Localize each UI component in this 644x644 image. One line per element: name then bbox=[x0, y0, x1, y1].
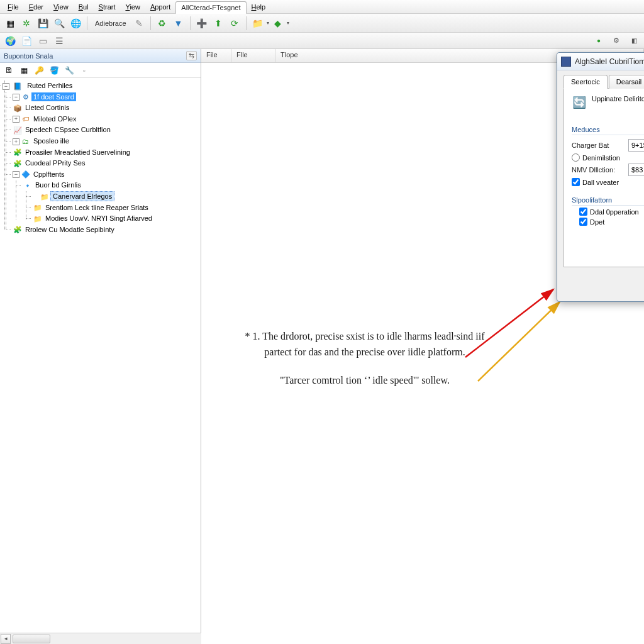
column-header-file2[interactable]: Flle bbox=[231, 49, 275, 62]
dialog-tab-body: 🔄 Uppinatre Deliritoni Talt Tule IT: bbox=[564, 88, 644, 267]
tool-tree-icon[interactable]: 🖺 bbox=[3, 64, 15, 77]
tree-item-label: 1f dcet Sosrd bbox=[31, 92, 76, 101]
folder-icon: 📁 bbox=[33, 203, 42, 213]
menu-help[interactable]: Help bbox=[247, 1, 271, 13]
search-icon[interactable]: 🔍 bbox=[52, 16, 67, 31]
tree-root[interactable]: − 📘 Ruted Perhiles −⚙1f dcet Sosrd 📦Llet… bbox=[3, 80, 199, 235]
tree-item[interactable]: +🗂Sposleo ilIe bbox=[13, 136, 199, 147]
tree-item[interactable]: −⚙1f dcet Sosrd bbox=[13, 92, 199, 103]
menu-view[interactable]: View bbox=[48, 1, 74, 13]
list-icon[interactable]: ☰ bbox=[52, 33, 67, 48]
grid-icon[interactable]: ▦ bbox=[3, 16, 18, 31]
dialog-titlebar[interactable]: AlghSaleI CubrilTiom Conect ✕ bbox=[557, 53, 644, 70]
globe-icon[interactable]: 🌐 bbox=[68, 16, 83, 31]
menu-alctered[interactable]: AllCterad-FTesgnet bbox=[175, 1, 246, 14]
card-icon[interactable]: ▭ bbox=[35, 33, 50, 48]
tree-item-label: Modies UowV. NRYI Singt Afiarved bbox=[43, 214, 154, 223]
tool-bucket-icon[interactable]: 🪣 bbox=[48, 64, 60, 77]
menu-bar: File Eder View Bul Strart Yiew Apport Al… bbox=[0, 0, 644, 14]
menu-start[interactable]: Strart bbox=[94, 1, 121, 13]
tree-item-label: Miloted OPlex bbox=[31, 114, 78, 123]
sync-icon[interactable]: ⟳ bbox=[227, 16, 242, 31]
recycle-icon[interactable]: ♻ bbox=[155, 16, 170, 31]
tree-item-label: Cuodeal PPrity Ses bbox=[23, 158, 87, 167]
navigation-tree: − 📘 Ruted Perhiles −⚙1f dcet Sosrd 📦Llet… bbox=[0, 78, 201, 644]
tree-item-label: Spedech CSpsee Curbltfion bbox=[23, 125, 113, 134]
gear-icon: ⚙ bbox=[21, 92, 30, 103]
tree-item[interactable]: 🧩Proasiler Mreaclatied Suervelining bbox=[13, 147, 199, 158]
column-header-file[interactable]: File bbox=[201, 49, 231, 62]
tab-semantic[interactable]: Seertocic bbox=[564, 75, 608, 89]
filter-icon[interactable]: ▼ bbox=[171, 16, 186, 31]
collapse-icon[interactable]: − bbox=[13, 94, 19, 101]
menu-view2[interactable]: Yiew bbox=[120, 1, 145, 13]
tree-item[interactable]: −🔷Cpplftents 🔹Buor bd Girnlis 📁Canervard… bbox=[13, 169, 199, 225]
module-icon: 🧩 bbox=[13, 147, 22, 158]
tag-icon: 🏷 bbox=[21, 114, 30, 125]
tree-item[interactable]: 🧩Cuodeal PPrity Ses bbox=[13, 158, 199, 169]
dialog-config: AlghSaleI CubrilTiom Conect ✕ Seertocic … bbox=[557, 52, 644, 302]
tree-item[interactable]: 📁Srentlom Leck tline Reaper Sriats bbox=[33, 203, 199, 214]
tree-item[interactable]: 📦Lleted Cortinis bbox=[13, 103, 199, 114]
left-panel-header: Buponton Snala ⇆ bbox=[0, 49, 201, 63]
tree-item-label: Lleted Cortinis bbox=[23, 103, 71, 112]
menu-file[interactable]: File bbox=[3, 1, 24, 13]
annotation-p2: "Tarcer comtrol tion ‘’ idle speed"' sol… bbox=[233, 373, 497, 389]
dialog-body: Seertocic Dearsail Niemel 🔄 Uppinatre De… bbox=[557, 70, 644, 274]
tab-detail[interactable]: Dearsail Niemel bbox=[609, 75, 644, 89]
tree-item[interactable]: 📁Modies UowV. NRYI Singt Afiarved bbox=[33, 213, 199, 225]
box-icon: 📦 bbox=[13, 103, 22, 114]
section-measures: Meduces bbox=[572, 126, 644, 135]
diamond-icon[interactable]: ◆ bbox=[270, 16, 286, 31]
tree-item[interactable]: 🔹Buor bd Girnlis 📁Canervard Elrlegos 📁Sr… bbox=[23, 180, 199, 224]
horizontal-scrollbar[interactable]: ◂ bbox=[0, 633, 201, 644]
dall-checkbox[interactable] bbox=[572, 178, 580, 186]
collapse-icon[interactable]: − bbox=[13, 171, 19, 178]
tree-item[interactable]: 📈Spedech CSpsee Curbltfion bbox=[13, 125, 199, 136]
menu-apport[interactable]: Apport bbox=[145, 1, 175, 13]
tree-item[interactable]: 🧩Rrolew Cu Modatle Sepibinty bbox=[13, 225, 199, 236]
tool-key-icon[interactable]: 🔑 bbox=[33, 64, 45, 77]
nmv-input[interactable] bbox=[628, 164, 644, 176]
expand-icon[interactable]: + bbox=[13, 116, 19, 123]
opt2-label: Dpet bbox=[590, 218, 604, 226]
tree-root-label: Ruted Perhiles bbox=[25, 81, 74, 90]
denim-radio[interactable] bbox=[572, 153, 580, 162]
world-icon[interactable]: 🌍 bbox=[3, 33, 18, 48]
wand-icon[interactable]: ✎ bbox=[131, 16, 147, 31]
pin-icon[interactable]: ⇆ bbox=[186, 51, 197, 60]
scroll-left-icon[interactable]: ◂ bbox=[1, 634, 11, 644]
tree-item-label: Sposleo ilIe bbox=[31, 136, 71, 145]
up-arrow-icon[interactable]: ⬆ bbox=[211, 16, 226, 31]
folder-icon[interactable]: 📁 bbox=[250, 16, 265, 31]
charger-input[interactable] bbox=[628, 139, 644, 152]
opt1-label: Ddal 0pperation bbox=[590, 208, 639, 216]
menu-eder[interactable]: Eder bbox=[24, 1, 48, 13]
tree-item[interactable]: +🏷Miloted OPlex bbox=[13, 114, 199, 125]
tree-item[interactable]: 📁Canervard Elrlegos bbox=[33, 191, 199, 203]
doc-icon[interactable]: 📄 bbox=[19, 33, 34, 48]
section-spool: Slpoolifattorn bbox=[572, 196, 644, 206]
opt1-checkbox[interactable] bbox=[579, 208, 587, 216]
tool-wrench-icon[interactable]: 🔧 bbox=[63, 64, 75, 77]
opt2-checkbox[interactable] bbox=[579, 218, 587, 226]
dialog-buttons: OK Cancel bbox=[557, 274, 644, 301]
refresh-icon[interactable]: ✲ bbox=[19, 16, 34, 31]
tool-page-icon[interactable]: ▫ bbox=[78, 64, 91, 77]
book-icon: 📘 bbox=[13, 81, 22, 92]
add-icon[interactable]: ➕ bbox=[194, 16, 209, 31]
status-dot-icon[interactable]: ● bbox=[591, 33, 606, 48]
left-panel-tools: 🖺 ▦ 🔑 🪣 🔧 ▫ bbox=[0, 63, 201, 78]
components-icon: 🔷 bbox=[21, 169, 30, 180]
collapse-icon[interactable]: − bbox=[3, 83, 9, 90]
sort-icon[interactable]: ◧ bbox=[626, 33, 641, 48]
annotation-p1: * 1. The drdorot, precise sxist is to id… bbox=[233, 329, 497, 360]
menu-bul[interactable]: Bul bbox=[74, 1, 94, 13]
node-icon: 🔹 bbox=[23, 180, 32, 191]
settings-icon[interactable]: ⚙ bbox=[609, 33, 624, 48]
folder-icon: 📁 bbox=[33, 214, 42, 225]
tool-grid-icon[interactable]: ▦ bbox=[18, 64, 30, 77]
scroll-thumb[interactable] bbox=[13, 635, 50, 643]
expand-icon[interactable]: + bbox=[13, 138, 19, 145]
save-icon[interactable]: 💾 bbox=[35, 16, 50, 31]
